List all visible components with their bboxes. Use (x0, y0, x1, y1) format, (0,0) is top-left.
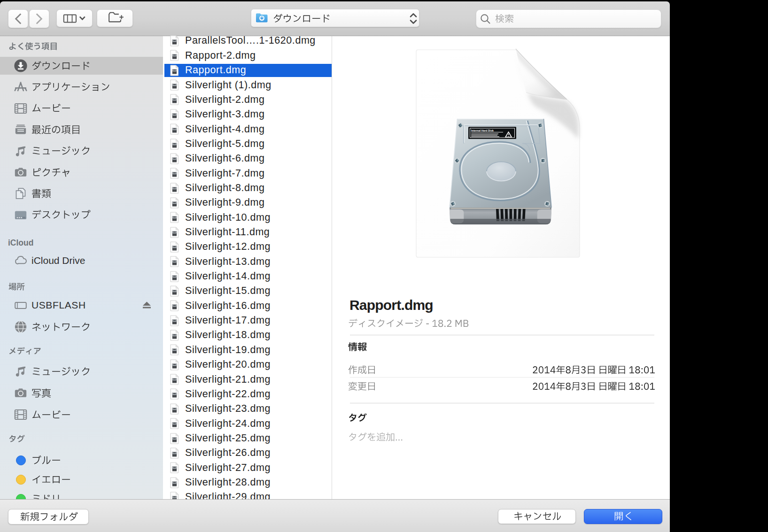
svg-text:Internal Hard Disk: Internal Hard Disk (471, 129, 494, 132)
